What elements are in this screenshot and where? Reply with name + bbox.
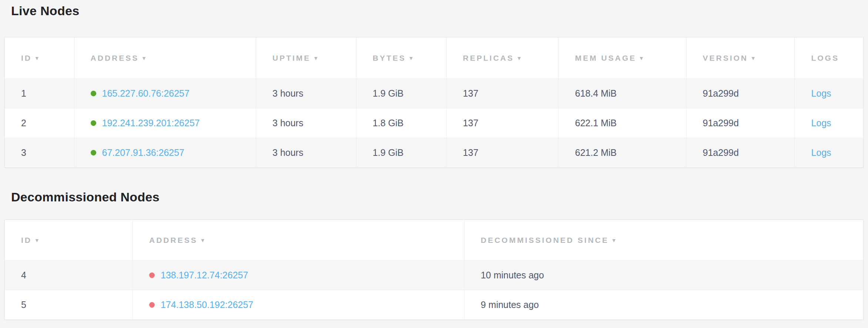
node-id-cell: 5 [5, 290, 133, 320]
node-address-cell: 67.207.91.36:26257 [74, 138, 256, 168]
node-uptime-cell: 3 hours [256, 108, 356, 138]
cluster-nodes-page: Live Nodes ID▾ ADDRESS▾ [0, 0, 868, 320]
column-label: UPTIME [272, 54, 311, 62]
node-id-cell: 4 [5, 261, 133, 290]
live-node-row: 3 67.207.91.36:26257 3 hours 1.9 GiB 137… [5, 138, 864, 168]
column-label: REPLICAS [463, 54, 514, 62]
live-col-header-version[interactable]: VERSION▾ [686, 37, 795, 79]
live-col-header-bytes[interactable]: BYTES▾ [356, 37, 446, 79]
live-col-header-address[interactable]: ADDRESS▾ [74, 37, 256, 79]
live-col-header-uptime[interactable]: UPTIME▾ [256, 37, 356, 79]
node-id-cell: 1 [5, 79, 74, 108]
column-label: ADDRESS [91, 54, 139, 62]
column-label: DECOMMISSIONED SINCE [481, 236, 609, 244]
node-bytes-cell: 1.9 GiB [356, 79, 446, 108]
node-id-cell: 2 [5, 108, 74, 138]
node-address-cell: 165.227.60.76:26257 [74, 79, 256, 108]
node-mem-usage-cell: 618.4 MiB [559, 79, 686, 108]
node-version-cell: 91a299d [686, 108, 795, 138]
decommissioned-status-dot-icon [149, 302, 155, 308]
decommissioned-status-dot-icon [149, 272, 155, 278]
decommissioned-nodes-table: ID▾ ADDRESS▾ DECOMMISSIONED SINCE▾ 4 [4, 220, 864, 320]
node-address-link[interactable]: 174.138.50.192:26257 [161, 299, 253, 310]
live-node-row: 2 192.241.239.201:26257 3 hours 1.8 GiB … [5, 108, 864, 138]
live-col-header-id[interactable]: ID▾ [5, 37, 74, 79]
node-mem-usage-cell: 622.1 MiB [559, 108, 686, 138]
node-address-cell: 174.138.50.192:26257 [133, 290, 465, 320]
sort-arrow-icon: ▾ [410, 55, 413, 61]
node-address-cell: 138.197.12.74:26257 [133, 261, 465, 290]
node-replicas-cell: 137 [446, 108, 559, 138]
decommissioned-nodes-table-holder: ID▾ ADDRESS▾ DECOMMISSIONED SINCE▾ 4 [4, 220, 864, 320]
sort-arrow-icon: ▾ [518, 55, 521, 61]
sort-arrow-icon: ▾ [143, 55, 145, 61]
node-id-cell: 3 [5, 138, 74, 168]
node-decommissioned-since-cell: 9 minutes ago [464, 290, 863, 320]
decommissioned-node-row: 5 174.138.50.192:26257 9 minutes ago [5, 290, 864, 320]
column-label: VERSION [703, 54, 748, 62]
sort-arrow-icon: ▾ [36, 237, 38, 243]
decommissioned-node-row: 4 138.197.12.74:26257 10 minutes ago [5, 261, 864, 290]
live-col-header-mem-usage[interactable]: MEM USAGE▾ [559, 37, 686, 79]
live-nodes-section: Live Nodes ID▾ ADDRESS▾ [4, 2, 864, 168]
decommissioned-nodes-section: Decommissioned Nodes ID▾ ADDRESS▾ [4, 188, 864, 320]
column-label: LOGS [811, 54, 839, 62]
column-label: ID [21, 236, 32, 244]
live-node-row: 1 165.227.60.76:26257 3 hours 1.9 GiB 13… [5, 79, 864, 108]
node-version-cell: 91a299d [686, 79, 795, 108]
node-address-link[interactable]: 67.207.91.36:26257 [102, 147, 184, 158]
column-label: BYTES [373, 54, 406, 62]
live-status-dot-icon [91, 120, 96, 126]
live-col-header-replicas[interactable]: REPLICAS▾ [446, 37, 559, 79]
node-bytes-cell: 1.8 GiB [356, 108, 446, 138]
column-label: MEM USAGE [575, 54, 636, 62]
column-label: ADDRESS [149, 236, 198, 244]
node-replicas-cell: 137 [446, 79, 559, 108]
decomm-col-header-since[interactable]: DECOMMISSIONED SINCE▾ [464, 220, 863, 261]
node-address-link[interactable]: 165.227.60.76:26257 [102, 88, 190, 98]
logs-link[interactable]: Logs [811, 88, 831, 98]
node-logs-cell: Logs [795, 79, 864, 108]
decommissioned-nodes-heading: Decommissioned Nodes [11, 188, 864, 205]
node-logs-cell: Logs [795, 108, 864, 138]
node-uptime-cell: 3 hours [256, 79, 356, 108]
node-bytes-cell: 1.9 GiB [356, 138, 446, 168]
node-replicas-cell: 137 [446, 138, 559, 168]
column-label: ID [21, 54, 32, 62]
node-version-cell: 91a299d [686, 138, 795, 168]
decomm-col-header-id[interactable]: ID▾ [5, 220, 133, 261]
node-logs-cell: Logs [795, 138, 864, 168]
sort-arrow-icon: ▾ [36, 55, 38, 61]
live-nodes-table-header: ID▾ ADDRESS▾ UPTIME▾ BYTES▾ REPLICAS▾ [5, 37, 864, 79]
logs-link[interactable]: Logs [811, 147, 831, 158]
live-nodes-heading: Live Nodes [11, 2, 864, 19]
node-mem-usage-cell: 621.2 MiB [559, 138, 686, 168]
sort-arrow-icon: ▾ [752, 55, 755, 61]
node-address-link[interactable]: 192.241.239.201:26257 [102, 118, 200, 128]
sort-arrow-icon: ▾ [640, 55, 643, 61]
logs-link[interactable]: Logs [811, 118, 831, 128]
decomm-col-header-address[interactable]: ADDRESS▾ [133, 220, 465, 261]
sort-arrow-icon: ▾ [314, 55, 317, 61]
node-address-cell: 192.241.239.201:26257 [74, 108, 256, 138]
node-uptime-cell: 3 hours [256, 138, 356, 168]
live-status-dot-icon [91, 91, 96, 96]
live-nodes-table: ID▾ ADDRESS▾ UPTIME▾ BYTES▾ REPLICAS▾ [4, 37, 864, 168]
node-decommissioned-since-cell: 10 minutes ago [464, 261, 863, 290]
sort-arrow-icon: ▾ [201, 237, 204, 243]
node-address-link[interactable]: 138.197.12.74:26257 [161, 270, 248, 280]
live-col-header-logs: LOGS [795, 37, 864, 79]
sort-arrow-icon: ▾ [613, 237, 616, 243]
live-status-dot-icon [91, 150, 96, 155]
decommissioned-nodes-table-header: ID▾ ADDRESS▾ DECOMMISSIONED SINCE▾ [5, 220, 864, 261]
live-nodes-table-holder: ID▾ ADDRESS▾ UPTIME▾ BYTES▾ REPLICAS▾ [4, 37, 864, 168]
